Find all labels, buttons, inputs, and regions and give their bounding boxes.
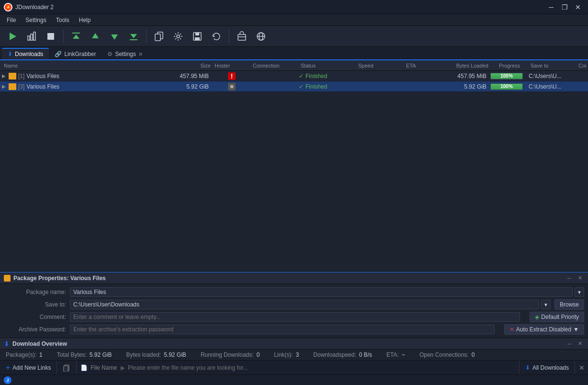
priority-icon: ◈ [535,314,539,320]
restore-button[interactable]: ❐ [558,2,571,12]
row-progress: 100% [490,83,529,90]
overview-title: Download Overview [12,340,67,347]
overview-title-area: ⬇ Download Overview [4,340,67,348]
add-new-links-button[interactable]: + Add New Links [0,361,57,374]
package-button[interactable] [233,28,250,45]
stats-button[interactable] [23,28,40,45]
toolbar-separator-3 [229,30,229,43]
toolbar-separator-1 [63,30,64,43]
title-bar-left: J JDownloader 2 [4,3,54,11]
close-button[interactable]: ✕ [572,2,584,12]
col-header-progress: Progress [490,63,529,68]
col-header-status: Status [299,63,356,68]
save-to-input[interactable] [70,300,539,309]
col-header-name: Name [2,63,165,68]
svg-rect-17 [238,34,246,40]
search-input[interactable] [128,364,515,371]
all-downloads-button[interactable]: ⬇ All Downloads [519,361,575,374]
minimize-button[interactable]: ─ [545,2,557,12]
down-button[interactable] [106,28,123,45]
row-expand-icon[interactable]: ▶ [2,84,9,89]
toolbar-separator-2 [146,30,147,43]
hoster-icon: ! [228,72,236,80]
auto-extract-x-icon: ✕ [509,326,514,333]
package-name-input[interactable] [70,287,573,297]
browse-button[interactable]: Browse [554,299,584,310]
bottom-bar: + Add New Links 📄 File Name ▶ ⬇ All Down… [0,360,588,374]
svg-rect-15 [195,33,199,35]
globe-button[interactable] [252,28,270,45]
lower-panels: Package Properties: Various Files ─ ✕ Pa… [0,272,588,385]
auto-extract-label: Auto Extract Disabled [516,326,571,333]
row-expand-icon[interactable]: ▶ [2,73,9,79]
save-button[interactable] [189,28,206,45]
toolbar [0,26,588,47]
downloads-tab-icon: ⬇ [8,51,12,57]
packages-value: 1 [39,351,43,358]
jd-status-icon: J [4,376,11,384]
copy-button[interactable] [150,28,168,45]
running-downloads-label: Running Downloads: [201,351,254,358]
eta-value: ~ [402,351,405,358]
row-status: ✓ Finished [299,73,356,79]
save-to-dropdown-btn[interactable]: ▼ [541,300,551,309]
open-connections-stat: Open Connections: 0 [419,351,475,358]
col-header-comment: Comment [577,63,586,68]
add-new-links-label: Add New Links [12,364,51,371]
move-bottom-button[interactable] [125,28,142,45]
bytes-loaded-stat: Bytes loaded: 5.92 GiB [126,351,186,358]
comment-input[interactable] [70,312,520,322]
svg-marker-10 [130,34,137,38]
eta-label: ETA: [386,351,399,358]
settings-tab-close[interactable]: ✕ [138,51,143,57]
overview-stats: Package(s): 1 Total Bytes: 5.92 GiB Byte… [0,350,588,360]
save-to-input-wrap: ▼ [70,300,551,309]
package-name-input-wrap: ▼ [70,287,584,297]
package-name-dropdown-btn[interactable]: ▼ [575,287,584,297]
stop-button[interactable] [42,28,59,45]
table-row[interactable]: ▶ [1]Various Files 457.95 MiB ! ✓ Finish… [0,71,588,81]
play-button[interactable] [4,28,21,45]
settings-tab-label: Settings [115,51,136,57]
status-text: Finished [305,83,327,90]
overview-close-button[interactable]: ✕ [576,340,584,348]
up-button[interactable] [87,28,104,45]
archive-password-input[interactable] [70,325,495,334]
priority-label: Default Priority [541,314,579,320]
tab-settings[interactable]: ⚙ Settings ✕ [102,49,148,59]
save-to-row: Save to: ▼ Browse [4,298,584,311]
move-top-button[interactable] [68,28,85,45]
svg-rect-23 [64,366,68,372]
package-properties-form: Package name: ▼ Save to: ▼ Browse [0,284,588,338]
row-status: ✓ Finished [299,83,356,90]
menu-file[interactable]: File [2,16,21,24]
download-overview-panel: ⬇ Download Overview ─ ✕ Package(s): 1 To… [0,338,588,360]
tab-downloads[interactable]: ⬇ Downloads [2,48,49,59]
tab-linkgrabber[interactable]: 🔗 LinkGrabber [49,49,102,59]
col-header-size: Size [165,63,213,68]
bottom-close-button[interactable]: ✕ [575,361,588,374]
menu-help[interactable]: Help [74,16,96,24]
svg-rect-16 [195,37,200,40]
auto-extract-button[interactable]: ✕ Auto Extract Disabled ▼ [504,324,584,335]
col-header-hoster: Hoster [213,63,251,68]
default-priority-button[interactable]: ◈ Default Priority [530,312,584,322]
links-stat: Link(s): 3 [274,351,299,358]
panel-minimize-button[interactable]: ─ [565,274,574,282]
menu-tools[interactable]: Tools [51,16,74,24]
row-saveto: C:\Users\U... [529,83,577,90]
row-hoster: ! [213,72,251,80]
package-properties-header: Package Properties: Various Files ─ ✕ [0,272,588,284]
svg-marker-7 [92,33,99,38]
links-label: Link(s): [274,351,293,358]
svg-rect-1 [28,36,30,40]
panel-close-button[interactable]: ✕ [576,274,584,282]
table-row[interactable]: ▶ [3]Various Files 5.92 GiB ⊕ ✓ Finished [0,81,588,92]
refresh-button[interactable] [208,28,225,45]
col-header-bytes: Bytes Loaded [442,63,490,68]
config-button[interactable] [170,28,187,45]
menu-settings[interactable]: Settings [21,16,51,24]
clipboard-button[interactable] [57,361,77,374]
overview-minimize-button[interactable]: ─ [565,340,574,348]
overview-download-icon: ⬇ [4,340,10,348]
